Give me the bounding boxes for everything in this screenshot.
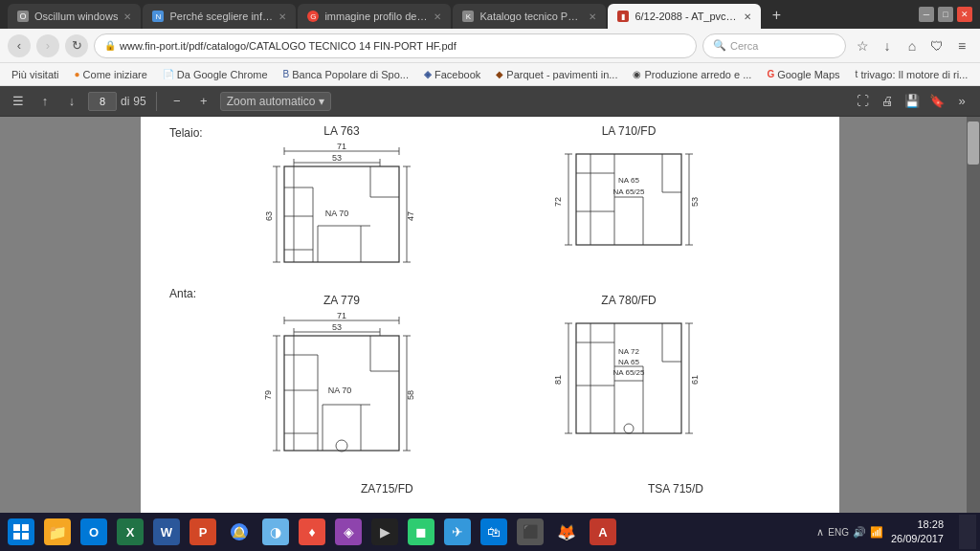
taskbar-app11[interactable]: ◼ (404, 515, 438, 549)
diagram-la763: LA 763 71 53 (265, 124, 418, 292)
bookmark-label: Da Google Chrome (177, 69, 268, 80)
clock-time: 18:28 (891, 518, 944, 532)
taskbar-clock[interactable]: 18:28 26/09/2017 (891, 518, 951, 547)
taskbar-word[interactable]: W (149, 515, 184, 549)
browser-toolbar-icons: ☆ ↓ ⌂ 🛡 ≡ (852, 35, 972, 56)
bookmark-parquet[interactable]: ◆ Parquet - pavimenti in... (490, 67, 623, 82)
pdf-bookmark-btn[interactable]: 🔖 (926, 91, 947, 112)
shield-icon[interactable]: 🛡 (926, 35, 947, 56)
menu-icon[interactable]: ≡ (951, 35, 972, 56)
pdf-fullscreen-btn[interactable]: ⛶ (852, 91, 873, 112)
pdf-print-btn[interactable]: 🖨 (877, 91, 898, 112)
url-text: www.fin-port.it/pdf/catalogo/CATALOGO TE… (120, 40, 457, 52)
star-icon[interactable]: ☆ (852, 35, 873, 56)
tab-katalogo[interactable]: K Katalogo tecnico PVC_122014 -... ✕ (453, 4, 606, 29)
diagram-la763-svg: 71 53 NA 70 (265, 140, 418, 288)
pdf-toggle-sidebar[interactable]: ☰ (8, 91, 29, 112)
network-icon[interactable]: 📶 (870, 526, 883, 539)
bookmark-icon: B (283, 69, 290, 79)
pdf-page-separator: di (121, 95, 129, 108)
pdf-scrollbar[interactable] (967, 117, 980, 513)
addressbar: ‹ › ↻ 🔒 www.fin-port.it/pdf/catalogo/CAT… (0, 29, 980, 63)
bookmark-facebook[interactable]: ◈ Facebook (418, 67, 486, 82)
app9-icon: ◈ (335, 518, 362, 545)
taskbar-firefox[interactable]: 🦊 (549, 515, 584, 549)
tab-close-btn[interactable]: ✕ (589, 11, 596, 22)
bookmark-produzione[interactable]: ◉ Produzione arredo e ... (627, 67, 757, 82)
refresh-button[interactable]: ↻ (65, 34, 88, 57)
taskbar-app8[interactable]: ♦ (295, 515, 329, 549)
svg-text:NA 72: NA 72 (618, 347, 639, 356)
new-tab-button[interactable]: + (763, 2, 790, 29)
pdf-zoom-in[interactable]: + (193, 91, 214, 112)
home-icon[interactable]: ⌂ (902, 35, 923, 56)
taskbar-store[interactable]: 🛍 (477, 515, 511, 549)
pdf-zoom-out[interactable]: − (167, 91, 188, 112)
tab-immagine[interactable]: G immagine profilo deceuninc... ✕ (298, 4, 451, 29)
svg-text:79: 79 (265, 390, 273, 400)
search-input[interactable]: 🔍 Cerca (702, 33, 846, 58)
address-input[interactable]: 🔒 www.fin-port.it/pdf/catalogo/CATALOGO … (94, 33, 697, 58)
outlook-icon: O (80, 518, 107, 545)
bookmark-icon: ◆ (496, 69, 503, 79)
taskbar-powerpoint[interactable]: P (186, 515, 220, 549)
pdf-page-input[interactable] (88, 92, 117, 111)
pdf-next-page[interactable]: ↓ (61, 91, 82, 112)
tab-close-btn[interactable]: ✕ (123, 11, 131, 22)
tab-label: 6/12-2088 - AT_pvc.pdf (635, 11, 738, 22)
taskbar-chrome[interactable] (222, 515, 256, 549)
tray-up-icon[interactable]: ∧ (816, 526, 824, 539)
show-desktop-btn[interactable] (959, 515, 976, 549)
pdf-zoom-select[interactable]: Zoom automatico ▾ (220, 92, 332, 111)
tab-close-btn[interactable]: ✕ (744, 11, 751, 22)
taskbar-photos[interactable]: ◑ (258, 515, 293, 549)
taskbar-outlook[interactable]: O (77, 515, 111, 549)
download-icon[interactable]: ↓ (877, 35, 898, 56)
taskbar-excel[interactable]: X (113, 515, 147, 549)
tab-oscillum[interactable]: O Oscillum windows ✕ (8, 4, 141, 29)
taskbar-media[interactable]: ▶ (368, 515, 402, 549)
tab-close-btn[interactable]: ✕ (434, 11, 441, 22)
svg-rect-98 (13, 524, 20, 531)
volume-icon[interactable]: 🔊 (853, 526, 866, 539)
back-button[interactable]: ‹ (8, 34, 31, 57)
tab-list: O Oscillum windows ✕ N Perché scegliere … (8, 0, 915, 29)
bookmark-piu-visitati[interactable]: Più visitati (6, 67, 65, 82)
tab-close-btn[interactable]: ✕ (278, 11, 286, 22)
tab-atpvc[interactable]: ▮ 6/12-2088 - AT_pvc.pdf ✕ (608, 4, 761, 29)
svg-text:53: 53 (332, 322, 342, 332)
diagram-za780fd: ZA 780/FD NA 72 NA 65 NA 65/25 (552, 294, 705, 466)
diagram-za780fd-title: ZA 780/FD (552, 294, 705, 307)
tray-lang[interactable]: ENG (828, 527, 849, 538)
bookmark-google-maps[interactable]: G Google Maps (761, 67, 845, 82)
pdf-save-btn[interactable]: 💾 (902, 91, 923, 112)
tab-favicon: N (152, 11, 164, 22)
diagram-za780fd-svg: NA 72 NA 65 NA 65/25 81 61 (552, 309, 705, 462)
svg-point-66 (336, 440, 347, 452)
bookmark-icon: ● (75, 69, 80, 79)
start-button[interactable] (4, 515, 38, 549)
pdf-prev-page[interactable]: ↑ (34, 91, 56, 112)
maximize-button[interactable]: □ (938, 7, 953, 22)
minimize-button[interactable]: ─ (919, 7, 934, 22)
taskbar-tray: ∧ ENG 🔊 📶 18:28 26/09/2017 (816, 515, 976, 549)
bookmark-da-google-chrome[interactable]: 📄 Da Google Chrome (157, 67, 274, 82)
forward-button[interactable]: › (36, 34, 59, 57)
taskbar-explorer[interactable]: 📁 (40, 515, 75, 549)
taskbar-app14[interactable]: ⬛ (513, 515, 547, 549)
tab-favicon: K (462, 11, 474, 22)
tab-perche[interactable]: N Perché scegliere infissi e ser... ✕ (143, 4, 296, 29)
bookmark-trivago[interactable]: t trivago: Il motore di ri... (850, 67, 974, 82)
taskbar-app12[interactable]: ✈ (440, 515, 475, 549)
close-button[interactable]: ✕ (957, 7, 972, 22)
diagram-la710fd: LA 710/FD NA 65 NA 65/25 72 (552, 124, 705, 282)
taskbar-acrobat[interactable]: A (586, 515, 620, 549)
app14-icon: ⬛ (517, 518, 544, 545)
pdf-page: Telaio: LA 763 71 53 (141, 117, 839, 513)
bookmark-come-iniziare[interactable]: ● Come iniziare (69, 67, 153, 82)
pdf-more-btn[interactable]: » (951, 91, 972, 112)
pdf-scrollbar-handle[interactable] (968, 121, 979, 165)
svg-text:NA 65/25: NA 65/25 (613, 187, 645, 196)
taskbar-app9[interactable]: ◈ (331, 515, 366, 549)
bookmark-banca[interactable]: B Banca Popolare di Spo... (278, 67, 414, 82)
